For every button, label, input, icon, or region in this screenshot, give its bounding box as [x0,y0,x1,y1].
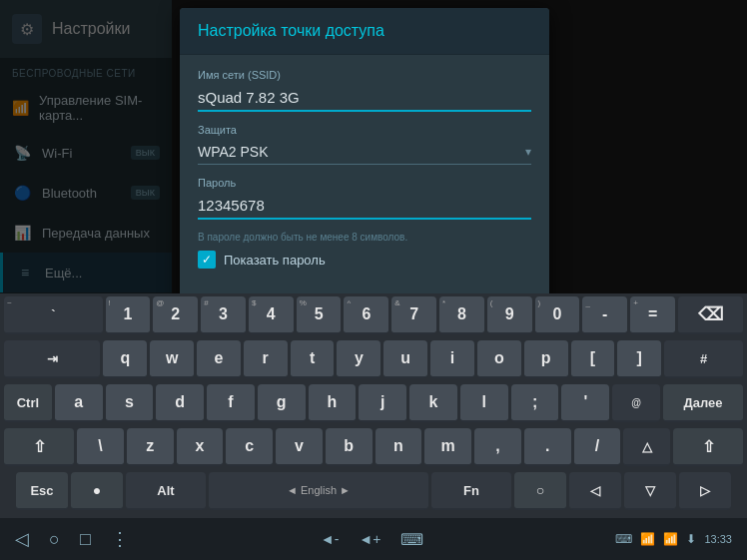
keyboard-row-bottom: Esc ● Alt ◄ English ► Fn ○ ◁ ▽ ▷ [0,469,747,513]
keyboard-row-qwerty: ⇥ q w e r t y u i o p [ ] # [0,337,747,381]
show-password-checkbox[interactable]: ✓ [198,251,216,269]
key-r[interactable]: r [244,340,288,378]
key-tab[interactable]: ⇥ [4,340,100,378]
key-3[interactable]: #3 [201,296,246,334]
key-g[interactable]: g [258,384,306,422]
vol-up-icon[interactable]: ◄+ [359,531,380,547]
key-t[interactable]: t [291,340,335,378]
key-y[interactable]: y [337,340,380,378]
key-m[interactable]: m [424,428,471,466]
key-equals[interactable]: += [630,296,675,334]
key-7[interactable]: &7 [391,296,436,334]
key-p[interactable]: p [524,340,568,378]
key-8[interactable]: *8 [439,296,484,334]
key-period[interactable]: . [524,428,571,466]
key-circle2[interactable]: ○ [514,472,566,510]
key-f[interactable]: f [207,384,255,422]
key-4[interactable]: $4 [249,296,294,334]
ssid-input[interactable] [198,85,531,112]
nav-right: ⌨ 📶 📶 ⬇ 13:33 [615,532,732,546]
nav-center: ◄- ◄+ ⌨ [321,530,424,549]
password-input[interactable] [198,193,531,220]
dialog-title: Настройка точки доступа [180,8,549,55]
key-u[interactable]: u [383,340,427,378]
keyboard2-icon: ⌨ [615,532,632,546]
key-5[interactable]: %5 [297,296,342,334]
key-circle1[interactable]: ● [71,472,123,510]
keyboard-row-numbers: ~` !1 @2 #3 $4 %5 ^6 &7 *8 (9 )0 _- += ⌫ [0,293,747,337]
ssid-label: Имя сети (SSID) [198,69,531,81]
key-minus[interactable]: _- [582,296,627,334]
key-arrow-left[interactable]: ◁ [569,472,621,510]
key-slash[interactable]: / [574,428,621,466]
wifi2-icon: 📶 [640,532,655,546]
status-bar: 13:33 [704,533,732,545]
password-hint: В пароле должно быть не менее 8 символов… [198,232,531,243]
key-2[interactable]: @2 [153,296,198,334]
key-fn[interactable]: Fn [431,472,511,510]
key-esc[interactable]: Esc [16,472,68,510]
keyboard-row-asdf: Ctrl a s d f g h j k l ; ' @ Далее [0,381,747,425]
key-0[interactable]: )0 [535,296,580,334]
download-icon: ⬇ [686,532,696,546]
key-s[interactable]: s [106,384,154,422]
key-1[interactable]: !1 [106,296,151,334]
recents-icon[interactable]: □ [80,529,91,550]
key-o[interactable]: o [477,340,521,378]
key-spacebar[interactable]: ◄ English ► [209,472,428,510]
keyboard-row-zxcv: ⇧ \ z x c v b n m , . / △ ⇧ [0,425,747,469]
security-label: Защита [198,124,531,136]
back-icon[interactable]: ◁ [15,528,29,550]
security-value: WPA2 PSK [198,144,269,160]
vol-down-icon[interactable]: ◄- [321,531,340,547]
key-backtick[interactable]: ~` [4,296,103,334]
key-at[interactable]: @ [612,384,660,422]
key-semicolon[interactable]: ; [511,384,559,422]
dialog-body: Имя сети (SSID) Защита WPA2 PSK ▾ Пароль… [180,55,549,286]
nav-bar: ◁ ○ □ ⋮ ◄- ◄+ ⌨ ⌨ 📶 📶 ⬇ 13:33 [0,518,747,560]
key-arrow-up[interactable]: △ [623,428,670,466]
key-9[interactable]: (9 [487,296,532,334]
key-k[interactable]: k [409,384,457,422]
select-arrow-icon: ▾ [525,145,531,159]
key-q[interactable]: q [103,340,147,378]
key-comma[interactable]: , [474,428,521,466]
key-w[interactable]: w [150,340,194,378]
password-label: Пароль [198,177,531,189]
key-shift-right[interactable]: ⇧ [673,428,743,466]
key-d[interactable]: d [156,384,204,422]
key-l[interactable]: l [460,384,508,422]
key-a[interactable]: a [55,384,103,422]
key-j[interactable]: j [359,384,406,422]
key-arrow-down[interactable]: ▽ [624,472,676,510]
key-n[interactable]: n [375,428,422,466]
menu-icon[interactable]: ⋮ [111,528,129,550]
key-z[interactable]: z [127,428,174,466]
security-select[interactable]: WPA2 PSK ▾ [198,140,531,165]
show-password-row[interactable]: ✓ Показать пароль [198,251,531,269]
key-lbracket[interactable]: [ [571,340,615,378]
key-arrow-right[interactable]: ▷ [679,472,731,510]
key-quote[interactable]: ' [561,384,609,422]
signal-icon: 📶 [663,532,678,546]
nav-left: ◁ ○ □ ⋮ [15,528,129,550]
key-alt[interactable]: Alt [126,472,206,510]
key-enter[interactable]: Далее [663,384,743,422]
key-v[interactable]: v [276,428,323,466]
key-i[interactable]: i [430,340,474,378]
key-h[interactable]: h [309,384,357,422]
key-rbracket[interactable]: ] [617,340,661,378]
key-b[interactable]: b [326,428,373,466]
home-icon[interactable]: ○ [49,529,60,550]
key-backspace[interactable]: ⌫ [678,296,743,334]
key-x[interactable]: x [177,428,224,466]
key-shift-left[interactable]: ⇧ [4,428,74,466]
key-e[interactable]: e [197,340,241,378]
keyboard-icon[interactable]: ⌨ [400,530,423,549]
key-backslash[interactable]: \ [77,428,124,466]
show-password-label: Показать пароль [224,253,326,268]
key-hash[interactable]: # [664,340,743,378]
key-c[interactable]: c [226,428,273,466]
key-ctrl[interactable]: Ctrl [4,384,52,422]
key-6[interactable]: ^6 [344,296,388,334]
